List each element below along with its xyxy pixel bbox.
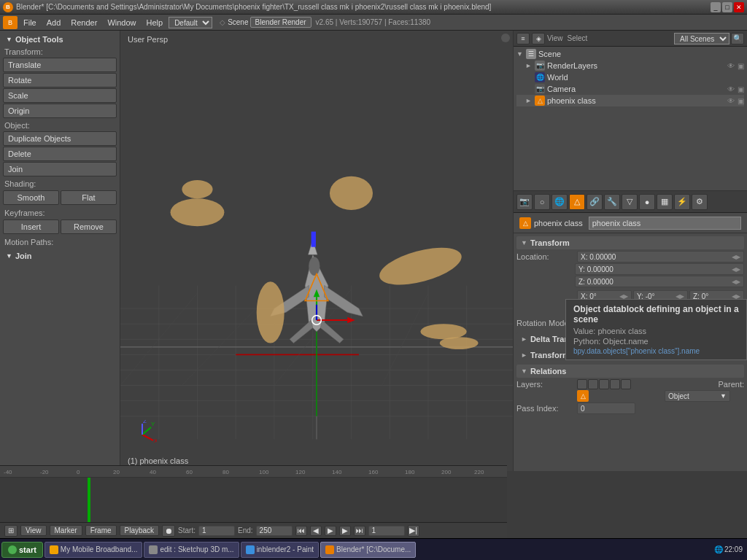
viewport-corner[interactable] — [501, 34, 510, 42]
start-button[interactable]: start — [1, 542, 43, 558]
loc-z-row: Z: 0.00000◀▶ — [516, 276, 744, 287]
smooth-button[interactable]: Smooth — [3, 190, 59, 205]
camera-extra[interactable]: ▣ — [738, 85, 744, 93]
layer-1[interactable] — [577, 379, 587, 389]
prop-world-icon[interactable]: 🌐 — [551, 194, 568, 210]
relations-header[interactable]: ▼ Relations — [516, 365, 744, 378]
tree-item-renderlayers[interactable]: ► 📷 RenderLayers 👁 ▣ — [516, 60, 744, 71]
maximize-button[interactable]: □ — [722, 2, 732, 12]
sketchup-icon — [149, 545, 158, 554]
flat-button[interactable]: Flat — [61, 190, 117, 205]
translate-button[interactable]: Translate — [3, 58, 117, 72]
layer-2[interactable] — [588, 379, 598, 389]
taskbar-item-paint[interactable]: inblender2 - Paint — [241, 542, 319, 558]
blender-menu-icon[interactable]: B — [3, 16, 18, 29]
menu-render[interactable]: Render — [66, 17, 101, 28]
tree-item-phoenix-class[interactable]: ► △ phoenix class 👁 ▣ — [516, 95, 744, 106]
timeline-view-btn[interactable]: View — [20, 525, 47, 536]
layer-4[interactable] — [610, 379, 620, 389]
menu-window[interactable]: Window — [103, 17, 140, 28]
viewport-3d[interactable]: User Persp — [120, 31, 514, 471]
prev-frame-btn[interactable]: ◀ — [310, 526, 322, 536]
renderlayers-extra[interactable]: ▣ — [738, 62, 744, 70]
prop-modifier-icon[interactable]: 🔧 — [604, 194, 620, 210]
close-button[interactable]: ✕ — [734, 2, 744, 12]
prop-texture-icon[interactable]: ▦ — [657, 194, 673, 210]
transform-section-header[interactable]: ▼ Transform — [516, 236, 744, 249]
tree-item-camera[interactable]: ► 📷 Camera 👁 ▣ — [516, 83, 744, 95]
outliner-tree: ▼ ☰ Scene ► 📷 RenderLayers 👁 ▣ ► — [514, 47, 747, 190]
prop-physics-icon[interactable]: ⚙ — [692, 194, 708, 210]
paint-label: inblender2 - Paint — [257, 545, 314, 553]
prop-data-icon[interactable]: ▽ — [622, 194, 638, 210]
outliner-search-btn[interactable]: 🔍 — [731, 33, 744, 44]
loc-x-field[interactable]: X: 0.00000◀▶ — [577, 251, 744, 262]
renderlayers-eye[interactable]: 👁 — [727, 62, 735, 70]
menu-help[interactable]: Help — [142, 17, 168, 28]
outliner-view-btn[interactable]: ≡ — [516, 33, 530, 44]
jump-start-btn[interactable]: ⏮ — [295, 526, 307, 536]
timeline-bar[interactable] — [0, 478, 507, 522]
prop-constraints-icon[interactable]: 🔗 — [587, 194, 603, 210]
outliner-select-label[interactable]: Select — [568, 34, 588, 42]
join-section-header[interactable]: ▼ Join — [3, 250, 117, 262]
pass-index-field[interactable]: 0 — [577, 402, 635, 414]
start-frame-field[interactable]: 1 — [198, 526, 235, 536]
timeline-end-btn[interactable]: ▶| — [408, 525, 419, 537]
outliner-select-btn[interactable]: ◈ — [532, 33, 545, 44]
phoenix-eye[interactable]: 👁 — [727, 97, 735, 105]
next-frame-btn[interactable]: ▶ — [339, 526, 351, 536]
tooltip-python-code: bpy.data.objects["phoenix class"].name — [573, 347, 739, 355]
outliner-view-label[interactable]: View — [547, 34, 563, 42]
layer-5[interactable] — [621, 379, 631, 389]
join-button[interactable]: Join — [3, 162, 117, 176]
rotate-button[interactable]: Rotate — [3, 73, 117, 88]
taskbar-item-broadband[interactable]: My Mobile Broadband... — [44, 542, 143, 558]
play-btn[interactable]: ▶ — [325, 526, 336, 536]
transform-label: Transform: — [3, 45, 117, 57]
delete-button[interactable]: Delete — [3, 147, 117, 161]
tree-item-scene[interactable]: ▼ ☰ Scene — [516, 48, 744, 60]
minimize-button[interactable]: _ — [711, 2, 721, 12]
prop-material-icon[interactable]: ● — [639, 194, 655, 210]
prop-object-icon[interactable]: △ — [569, 194, 585, 210]
prop-render-icon[interactable]: 📷 — [516, 194, 533, 210]
parent-icon-row: △ Object ▼ — [516, 390, 744, 402]
current-frame-field[interactable]: 1 — [368, 526, 405, 536]
timeline-icon-btn[interactable]: ⊞ — [4, 525, 18, 537]
taskbar-item-blender[interactable]: Blender* [C:\Docume... — [320, 542, 416, 558]
taskbar: start My Mobile Broadband... edit : Sket… — [0, 538, 747, 560]
layer-3[interactable] — [599, 379, 609, 389]
ruler-mark-80: 80 — [222, 469, 229, 475]
render-select[interactable]: Default — [169, 17, 212, 28]
origin-button[interactable]: Origin — [3, 104, 117, 118]
prop-particles-icon[interactable]: ⚡ — [674, 194, 690, 210]
loc-z-field[interactable]: Z: 0.00000◀▶ — [575, 276, 744, 287]
all-scenes-select[interactable]: All Scenes — [674, 33, 729, 44]
jump-end-btn[interactable]: ⏭ — [354, 526, 365, 536]
object-label: Object: — [3, 119, 117, 131]
tree-item-world[interactable]: ► 🌐 World — [516, 71, 744, 83]
insert-button[interactable]: Insert — [3, 219, 59, 234]
end-frame-field[interactable]: 250 — [256, 526, 293, 536]
prop-scene-icon[interactable]: ○ — [534, 194, 550, 210]
duplicate-objects-button[interactable]: Duplicate Objects — [3, 131, 117, 146]
transform-section-title: Transform — [530, 238, 570, 247]
playback-icon-btn[interactable]: ⏺ — [162, 525, 175, 537]
camera-eye[interactable]: 👁 — [727, 85, 735, 93]
render-engine-badge[interactable]: Blender Render — [250, 17, 311, 28]
taskbar-item-sketchup[interactable]: edit : Sketchup 3D m... — [144, 542, 239, 558]
menu-add[interactable]: Add — [42, 17, 66, 28]
blender-taskbar-label: Blender* [C:\Docume... — [336, 545, 411, 553]
scale-button[interactable]: Scale — [3, 88, 117, 103]
phoenix-extra[interactable]: ▣ — [738, 97, 744, 105]
remove-button[interactable]: Remove — [61, 219, 117, 234]
timeline-marker-btn[interactable]: Marker — [50, 525, 82, 536]
timeline-frame-btn[interactable]: Frame — [85, 525, 117, 536]
object-name-field[interactable] — [589, 217, 741, 230]
menu-file[interactable]: File — [19, 17, 41, 28]
timeline-playback-btn[interactable]: Playback — [120, 525, 160, 536]
parent-value-field[interactable]: Object ▼ — [665, 390, 730, 402]
loc-y-field[interactable]: Y: 0.00000◀▶ — [575, 263, 744, 275]
object-tools-header[interactable]: ▼ Object Tools — [3, 34, 117, 45]
